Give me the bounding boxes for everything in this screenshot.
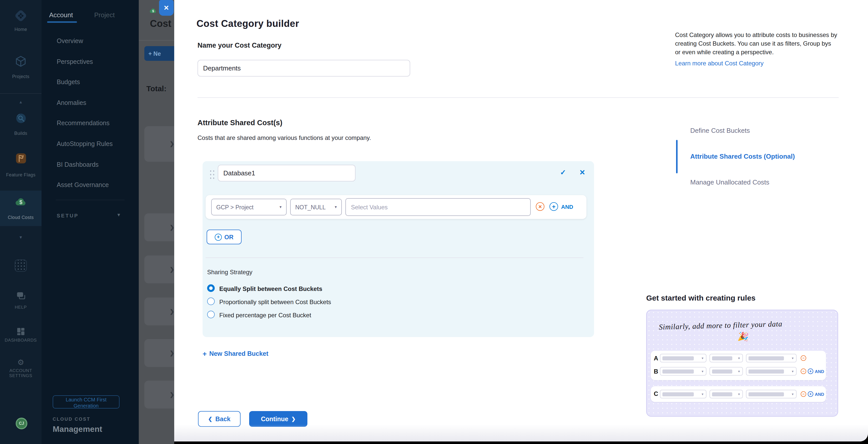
step-define-cost-buckets[interactable]: Define Cost Buckets <box>690 127 750 134</box>
select-values-input[interactable] <box>345 198 531 216</box>
rail-item-feature-flags[interactable]: Feature Flags <box>0 172 41 177</box>
list-card: ❯ <box>144 126 174 162</box>
sidebar-item-autostopping[interactable]: AutoStopping Rules <box>57 140 113 147</box>
field-dropdown[interactable]: GCP > Project ▾ <box>211 199 287 215</box>
and-label[interactable]: AND <box>561 204 573 210</box>
new-cost-category-button-clipped: + Ne <box>144 46 174 61</box>
list-card: ❯ <box>144 381 174 409</box>
launch-ccm-first-gen-button[interactable]: Launch CCM First Generation <box>53 395 120 409</box>
tab-project[interactable]: Project <box>94 11 115 19</box>
rail-item-builds[interactable]: Builds <box>0 131 41 136</box>
feature-flags-icon[interactable] <box>0 152 41 165</box>
total-label: Total: <box>146 84 166 93</box>
caret-down-icon: ▾ <box>738 392 740 396</box>
new-shared-bucket-link[interactable]: + New Shared Bucket <box>203 350 269 358</box>
radio-label-equally-split[interactable]: Equally Split between Cost Buckets <box>219 285 322 292</box>
svg-text:$: $ <box>19 199 22 205</box>
caret-down-icon: ▾ <box>280 205 282 209</box>
list-card: ❯ <box>144 339 174 367</box>
remove-condition-icon[interactable]: ✕ <box>536 202 545 211</box>
harness-home-icon[interactable] <box>0 8 41 23</box>
step-manage-unallocated-costs[interactable]: Manage Unallocated Costs <box>690 178 769 186</box>
module-grid-icon[interactable] <box>15 260 27 272</box>
rail-item-dashboards[interactable]: DASHBOARDS <box>0 337 41 343</box>
svg-text:?: ? <box>19 292 21 297</box>
launch-line2: Generation <box>74 403 99 409</box>
chevron-right-icon: ❯ <box>169 266 174 273</box>
sidebar-setup-label[interactable]: SETUP <box>57 213 79 218</box>
sidebar-item-asset-governance[interactable]: Asset Governance <box>57 181 109 188</box>
sidebar-item-bi-dashboards[interactable]: BI Dashboards <box>57 161 98 168</box>
illustration-caption: Similarly, add more to filter your data <box>659 320 782 332</box>
sidebar-item-perspectives[interactable]: Perspectives <box>57 58 93 65</box>
rail-scroll-up-icon[interactable]: ▲ <box>0 100 41 105</box>
party-popper-emoji: 🎉 <box>737 331 749 343</box>
setup-chevron-icon[interactable]: ▼ <box>117 212 121 217</box>
plus-circle-icon: + <box>808 391 813 397</box>
rail-item-cloud-costs[interactable]: Cloud Costs <box>0 215 41 220</box>
bucket-name-input[interactable] <box>218 165 355 181</box>
chevron-right-icon: ❯ <box>169 224 174 231</box>
svg-text:$: $ <box>152 9 154 13</box>
row-b-label: B <box>654 368 660 375</box>
add-and-condition-icon[interactable]: + <box>550 202 558 211</box>
rail-scroll-down-icon[interactable]: ▼ <box>0 235 41 240</box>
rail-item-home[interactable]: Home <box>0 27 41 32</box>
sidebar-item-recommendations[interactable]: Recommendations <box>57 120 110 127</box>
tab-account[interactable]: Account <box>49 11 73 19</box>
filter-rule-row: GCP > Project ▾ NOT_NULL ▾ ✕ + AND <box>206 195 586 219</box>
illustration-card-1: A ▾ ▾ ▾ − B ▾ ▾ ▾ − + AND <box>651 351 826 380</box>
radio-equally-split[interactable] <box>207 284 215 292</box>
new-shared-bucket-label: New Shared Bucket <box>209 350 268 357</box>
plus-circle-icon: + <box>808 368 813 374</box>
operator-dropdown[interactable]: NOT_NULL ▾ <box>290 199 342 215</box>
nav-rail: Home Projects ▲ Builds <box>0 0 41 444</box>
background-page: $ Cost + Ne Total: ❯ ❯ ❯ ❯ ❯ ❯ <box>139 0 174 444</box>
radio-proportionally-split[interactable] <box>207 298 215 305</box>
card-divider <box>206 258 583 258</box>
caret-down-icon: ▾ <box>738 356 740 360</box>
user-avatar[interactable]: CJ <box>16 418 27 429</box>
list-card: ❯ <box>144 256 174 283</box>
operator-dropdown-value: NOT_NULL <box>295 204 326 210</box>
shared-costs-description: Costs that are shared among various func… <box>197 134 371 141</box>
radio-label-fixed-percentage[interactable]: Fixed percentage per Cost Bucket <box>219 312 311 319</box>
radio-label-proportionally-split[interactable]: Proportionally split between Cost Bucket… <box>219 299 331 306</box>
drawer-title: Cost Category builder <box>196 18 299 29</box>
help-chat-icon[interactable]: ? <box>0 290 41 301</box>
rail-item-help[interactable]: HELP <box>0 305 41 310</box>
cloud-costs-icon[interactable]: $ <box>0 196 41 209</box>
sidebar-item-anomalies[interactable]: Anomalies <box>57 99 86 107</box>
radio-fixed-percentage[interactable] <box>207 311 215 318</box>
confirm-bucket-icon[interactable]: ✓ <box>560 168 566 176</box>
step-attribute-shared-costs[interactable]: Attribute Shared Costs (Optional) <box>690 153 795 160</box>
drag-handle-icon[interactable] <box>209 169 214 181</box>
delete-bucket-icon[interactable]: ✕ <box>579 168 585 176</box>
or-button-label: OR <box>224 233 234 240</box>
rail-item-projects[interactable]: Projects <box>0 74 41 79</box>
chevron-right-icon: ❯ <box>169 141 174 147</box>
sidebar-item-overview[interactable]: Overview <box>57 37 83 45</box>
cost-category-name-input[interactable] <box>197 60 410 77</box>
cost-category-description: Cost Category allows you to attribute co… <box>675 31 838 57</box>
account-settings-gear-icon[interactable]: ⚙ <box>0 358 41 367</box>
continue-button-label: Continue <box>261 415 288 422</box>
caret-down-icon: ▾ <box>738 369 740 374</box>
rail-item-account-settings[interactable]: ACCOUNT SETTINGS <box>8 368 33 378</box>
learn-more-link[interactable]: Learn more about Cost Category <box>675 60 764 67</box>
sidebar-item-budgets[interactable]: Budgets <box>57 79 80 86</box>
product-name: Management <box>53 425 102 434</box>
chevron-right-icon: ❯ <box>169 350 174 356</box>
projects-cube-icon[interactable] <box>0 55 41 68</box>
shared-bucket-card: ✓ ✕ GCP > Project ▾ NOT_NULL ▾ ✕ + AND <box>203 161 594 337</box>
app-root: Home Projects ▲ Builds <box>0 0 868 444</box>
drawer-close-button[interactable]: ✕ <box>159 0 174 16</box>
caret-down-icon: ▾ <box>792 369 794 374</box>
get-started-heading: Get started with creating rules <box>646 293 755 302</box>
list-card: ❯ <box>144 298 174 325</box>
builds-icon[interactable] <box>0 112 41 125</box>
page-title-clipped: Cost <box>150 18 171 29</box>
add-or-rule-button[interactable]: + OR <box>207 230 242 244</box>
sharing-strategy-label: Sharing Strategy <box>207 269 252 276</box>
dashboards-icon[interactable] <box>0 326 41 336</box>
